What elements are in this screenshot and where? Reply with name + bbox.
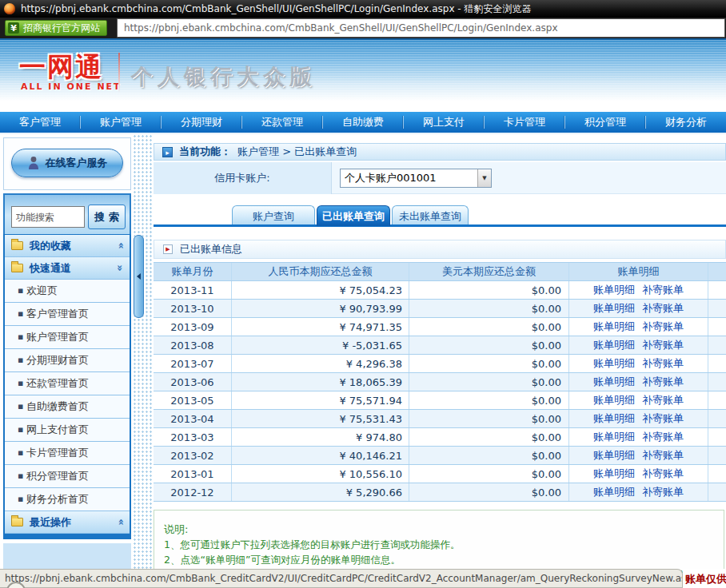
quick-link-4[interactable]: 分期理财首页 bbox=[5, 349, 130, 372]
resend-bill-link[interactable]: 补寄账单 bbox=[642, 411, 684, 426]
cell-links: 账单明细补寄账单 bbox=[569, 336, 708, 354]
resend-bill-link[interactable]: 补寄账单 bbox=[642, 485, 684, 499]
status-note-red: 账单仅供 bbox=[685, 572, 726, 586]
resend-bill-link[interactable]: 补寄账单 bbox=[642, 430, 684, 444]
nav-item-7[interactable]: 卡片管理 bbox=[485, 112, 564, 133]
cell-month: 2013-05 bbox=[154, 391, 232, 409]
cell-month: 2013-08 bbox=[154, 336, 232, 354]
cell-extra bbox=[708, 373, 726, 391]
cell-month: 2012-12 bbox=[154, 483, 232, 501]
bill-detail-link[interactable]: 账单明细 bbox=[593, 301, 635, 316]
search-button[interactable]: 搜 索 bbox=[88, 205, 126, 229]
window-title: https://pbnj.ebank.cmbchina.com/CmbBank_… bbox=[21, 2, 531, 16]
product-title: 个人银行大众版 bbox=[131, 62, 316, 91]
account-form-row: 信用卡账户: 个人卡账户001001 ▼ bbox=[154, 162, 726, 194]
bill-detail-link[interactable]: 账单明细 bbox=[593, 338, 635, 352]
bill-detail-link[interactable]: 账单明细 bbox=[593, 356, 635, 371]
url-toolbar: ¥ 招商银行官方网站 https://pbnj.ebank.cmbchina.c… bbox=[0, 18, 726, 38]
cell-usd-amount: $0.00 bbox=[409, 318, 569, 336]
resend-bill-link[interactable]: 补寄账单 bbox=[642, 283, 684, 297]
bill-detail-link[interactable]: 账单明细 bbox=[593, 283, 635, 297]
bill-detail-link[interactable]: 账单明细 bbox=[593, 430, 635, 444]
person-icon bbox=[27, 156, 40, 170]
quick-link-5[interactable]: 还款管理首页 bbox=[5, 372, 130, 395]
browser-titlebar: https://pbnj.ebank.cmbchina.com/CmbBank_… bbox=[0, 0, 726, 18]
notes-title: 说明: bbox=[164, 522, 724, 537]
tab-1[interactable]: 账户查询 bbox=[232, 205, 315, 226]
cell-month: 2013-04 bbox=[154, 410, 232, 427]
nav-item-4[interactable]: 还款管理 bbox=[242, 112, 322, 133]
cell-rmb-amount: ¥ 90,793.99 bbox=[232, 300, 409, 317]
note-item-2: 2、点选“账单明细”可查询对应月份的账单明细信息。 bbox=[164, 552, 724, 567]
cell-month: 2013-11 bbox=[154, 281, 232, 299]
column-header-3: 美元本期应还总金额 bbox=[409, 263, 569, 280]
quick-link-1[interactable]: 欢迎页 bbox=[5, 280, 130, 303]
quick-link-10[interactable]: 财务分析首页 bbox=[5, 488, 130, 511]
credit-card-account-select[interactable]: 个人卡账户001001 ▼ bbox=[340, 169, 492, 188]
table-row-2012-12: 2012-12¥ 5,290.66$0.00账单明细补寄账单 bbox=[154, 483, 726, 502]
breadcrumb-path: 账户管理 > 已出账单查询 bbox=[237, 145, 357, 159]
sidebar-section-quick-channel[interactable]: 快速通道 » bbox=[5, 257, 130, 280]
nav-item-8[interactable]: 积分管理 bbox=[565, 112, 645, 133]
cell-month: 2013-06 bbox=[154, 373, 232, 391]
search-input[interactable] bbox=[11, 206, 85, 228]
resend-bill-link[interactable]: 补寄账单 bbox=[642, 301, 684, 316]
section-header: ▶ 已出账单信息 bbox=[154, 240, 726, 259]
resend-bill-link[interactable]: 补寄账单 bbox=[642, 320, 684, 334]
bill-detail-link[interactable]: 账单明细 bbox=[593, 448, 635, 463]
resend-bill-link[interactable]: 补寄账单 bbox=[642, 375, 684, 389]
section-title: 已出账单信息 bbox=[180, 242, 242, 256]
table-row-2013-04: 2013-04¥ 75,531.43$0.00账单明细补寄账单 bbox=[154, 410, 726, 428]
quick-link-8[interactable]: 卡片管理首页 bbox=[5, 442, 130, 465]
bill-detail-link[interactable]: 账单明细 bbox=[593, 485, 635, 499]
bill-detail-link[interactable]: 账单明细 bbox=[593, 375, 635, 389]
quick-link-7[interactable]: 网上支付首页 bbox=[5, 419, 130, 442]
resend-bill-link[interactable]: 补寄账单 bbox=[642, 338, 684, 352]
nav-item-2[interactable]: 账户管理 bbox=[81, 112, 161, 133]
liebao-browser-icon bbox=[4, 3, 15, 14]
sidebar-collapse-handle[interactable] bbox=[134, 235, 144, 318]
cell-rmb-amount: ¥ 75,054.23 bbox=[232, 281, 409, 299]
nav-item-6[interactable]: 网上支付 bbox=[404, 112, 484, 133]
sidebar-section-recent[interactable]: 最近操作 » bbox=[5, 511, 130, 534]
resend-bill-link[interactable]: 补寄账单 bbox=[642, 448, 684, 463]
online-service-label: 在线客户服务 bbox=[46, 156, 108, 170]
resend-bill-link[interactable]: 补寄账单 bbox=[642, 393, 684, 407]
red-arrow-icon: ▶ bbox=[163, 244, 173, 254]
bill-detail-link[interactable]: 账单明细 bbox=[593, 467, 635, 481]
column-header-1: 账单月份 bbox=[154, 263, 232, 280]
table-row-2013-03: 2013-03¥ 974.80$0.00账单明细补寄账单 bbox=[154, 428, 726, 447]
bill-detail-link[interactable]: 账单明细 bbox=[593, 393, 635, 407]
official-site-badge[interactable]: ¥ 招商银行官方网站 bbox=[5, 20, 107, 36]
quick-link-3[interactable]: 账户管理首页 bbox=[5, 326, 130, 349]
recent-label: 最近操作 bbox=[30, 515, 110, 530]
chevron-up-icon: » bbox=[114, 518, 125, 525]
nav-item-3[interactable]: 分期理财 bbox=[162, 112, 241, 133]
quick-link-2[interactable]: 客户管理首页 bbox=[5, 303, 130, 326]
tab-2[interactable]: 已出账单查询 bbox=[317, 205, 390, 226]
quick-link-6[interactable]: 自助缴费首页 bbox=[5, 395, 130, 419]
account-select-value: 个人卡账户001001 bbox=[341, 171, 477, 185]
cell-month: 2013-02 bbox=[154, 447, 232, 464]
nav-item-5[interactable]: 自助缴费 bbox=[323, 112, 403, 133]
nav-item-9[interactable]: 财务分析 bbox=[646, 112, 726, 133]
column-header-4: 账单明细 bbox=[569, 263, 708, 280]
bill-detail-link[interactable]: 账单明细 bbox=[593, 411, 635, 426]
table-header-row: 账单月份人民币本期应还总金额美元本期应还总金额账单明细 bbox=[154, 262, 726, 281]
tab-3[interactable]: 未出账单查询 bbox=[392, 205, 469, 226]
quick-link-9[interactable]: 积分管理首页 bbox=[5, 465, 130, 488]
cell-rmb-amount: ¥ 40,146.21 bbox=[232, 447, 409, 464]
nav-item-1[interactable]: 客户管理 bbox=[0, 112, 80, 133]
cell-rmb-amount: ¥ 75,531.43 bbox=[232, 410, 409, 427]
resend-bill-link[interactable]: 补寄账单 bbox=[642, 467, 684, 481]
cell-month: 2013-07 bbox=[154, 355, 232, 372]
tab-underline bbox=[154, 224, 726, 227]
cell-rmb-amount: ¥ 74,971.35 bbox=[232, 318, 409, 336]
online-service-button[interactable]: 在线客户服务 bbox=[11, 149, 123, 177]
address-bar[interactable]: https://pbnj.ebank.cmbchina.com/CmbBank_… bbox=[117, 18, 725, 38]
sidebar-section-favorites[interactable]: 我的收藏 » bbox=[5, 235, 130, 257]
cell-extra bbox=[708, 410, 726, 427]
bill-detail-link[interactable]: 账单明细 bbox=[593, 320, 635, 334]
cell-extra bbox=[708, 281, 726, 299]
resend-bill-link[interactable]: 补寄账单 bbox=[642, 356, 684, 371]
